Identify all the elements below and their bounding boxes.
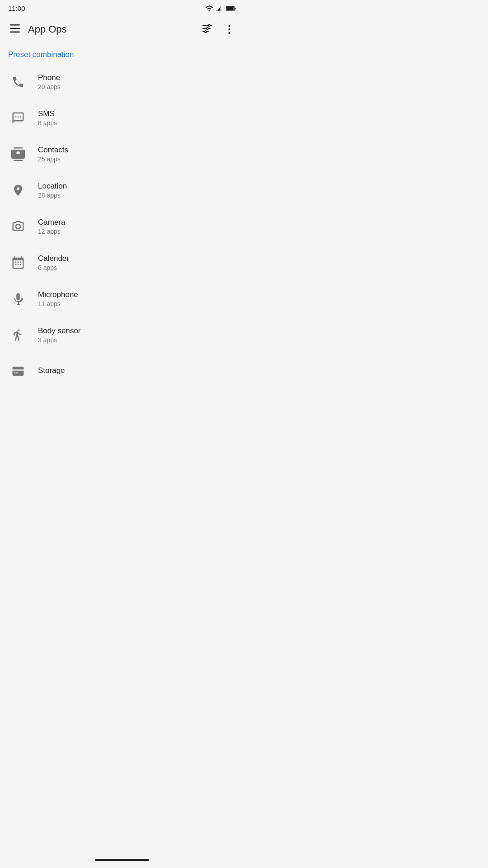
filter-icon[interactable] [198, 20, 216, 39]
toolbar: App Ops ⋮ [0, 15, 244, 44]
svg-point-12 [206, 28, 208, 29]
permission-count: 3 apps [38, 336, 81, 344]
list-item[interactable]: Phone 20 apps [0, 64, 244, 100]
status-time: 11:00 [8, 5, 25, 12]
microphone-icon [8, 289, 28, 309]
permission-info: Camera 12 apps [38, 218, 65, 235]
wifi-icon [205, 5, 213, 12]
permission-info: Location 28 apps [38, 182, 67, 199]
permission-name: Body sensor [38, 326, 81, 335]
permission-info: Microphone 11 apps [38, 290, 78, 307]
list-item[interactable]: Contacts 25 apps [0, 136, 244, 172]
list-item[interactable]: Storage [0, 353, 244, 399]
list-item[interactable]: Body sensor 3 apps [0, 317, 244, 353]
menu-icon[interactable] [6, 20, 23, 39]
permission-count: 28 apps [38, 192, 67, 199]
permission-count: 6 apps [38, 264, 69, 271]
list-item[interactable]: Location 28 apps [0, 172, 244, 208]
camera-icon [8, 217, 28, 236]
permission-name: SMS [38, 109, 57, 118]
svg-rect-3 [10, 24, 20, 26]
permission-name: Storage [38, 366, 65, 375]
battery-icon [226, 6, 236, 11]
list-item[interactable]: SMS 8 apps [0, 100, 244, 136]
permission-list: Phone 20 apps SMS 8 apps Contacts 25 app… [0, 64, 244, 399]
phone-icon [8, 72, 28, 92]
svg-rect-1 [235, 8, 235, 9]
svg-rect-5 [10, 32, 20, 33]
list-item[interactable]: Microphone 11 apps [0, 281, 244, 317]
body-sensor-icon [8, 325, 28, 345]
permission-name: Calender [38, 254, 69, 263]
permission-count: 12 apps [38, 228, 65, 235]
permission-count: 8 apps [38, 119, 57, 127]
status-icons [205, 5, 236, 12]
permission-name: Contacts [38, 146, 68, 155]
permission-info: Contacts 25 apps [38, 146, 68, 163]
storage-icon [8, 361, 28, 381]
permission-count: 25 apps [38, 156, 68, 163]
page-title: App Ops [28, 24, 198, 35]
permission-info: Body sensor 3 apps [38, 326, 81, 344]
permission-name: Camera [38, 218, 65, 227]
svg-rect-2 [226, 7, 234, 10]
status-bar: 11:00 [0, 0, 244, 15]
sms-icon [8, 108, 28, 128]
permission-info: Phone 20 apps [38, 73, 61, 90]
contacts-icon [8, 144, 28, 164]
svg-point-15 [18, 330, 20, 331]
more-options-icon[interactable]: ⋮ [220, 19, 238, 39]
location-icon [8, 180, 28, 200]
permission-info: SMS 8 apps [38, 109, 57, 127]
permission-count: 11 apps [38, 300, 78, 307]
preset-combination-label[interactable]: Preset combination [8, 50, 74, 59]
list-item[interactable]: Camera 12 apps [0, 208, 244, 245]
calendar-icon [8, 253, 28, 273]
permission-count: 20 apps [38, 83, 61, 90]
svg-rect-4 [10, 28, 20, 29]
svg-point-14 [205, 31, 206, 33]
permission-name: Microphone [38, 290, 78, 299]
signal-icon [216, 5, 223, 12]
toolbar-actions: ⋮ [198, 19, 238, 39]
permission-name: Location [38, 182, 67, 191]
svg-point-10 [208, 24, 210, 26]
permission-info: Calender 6 apps [38, 254, 69, 271]
permission-info: Storage [38, 366, 65, 376]
preset-combination-section: Preset combination [0, 44, 244, 64]
list-item[interactable]: Calender 6 apps [0, 245, 244, 281]
permission-name: Phone [38, 73, 61, 82]
